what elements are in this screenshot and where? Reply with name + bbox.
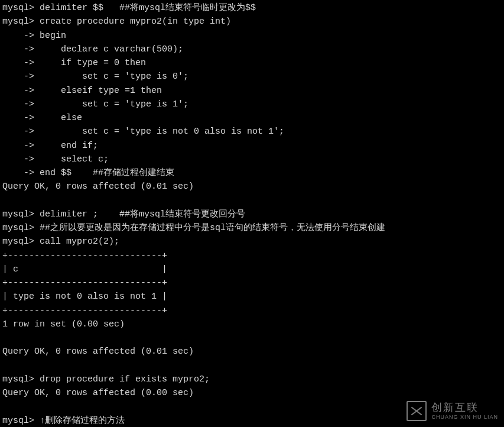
terminal-line: +-----------------------------+: [2, 276, 502, 290]
watermark-name: 创新互联: [431, 402, 498, 415]
terminal-line: mysql> ##之所以要更改是因为在存储过程中分号是sql语句的结束符号，无法…: [2, 221, 502, 235]
terminal-line: [2, 331, 502, 345]
terminal-line: -> set c = 'type is 0';: [2, 70, 502, 83]
terminal-line: | type is not 0 also is not 1 |: [2, 290, 502, 303]
terminal-line: Query OK, 0 rows affected (0.00 sec): [2, 386, 502, 400]
terminal-line: -> else: [2, 111, 502, 125]
watermark-pinyin: CHUANG XIN HU LIAN: [431, 414, 498, 420]
terminal-line: Query OK, 0 rows affected (0.01 sec): [2, 180, 502, 193]
terminal-line: -> if type = 0 then: [2, 56, 502, 70]
terminal-line: mysql> drop procedure if exists mypro2;: [2, 373, 502, 386]
terminal-line: | c |: [2, 263, 502, 276]
terminal-line: mysql> delimiter $$ ##将mysql结束符号临时更改为$$: [2, 1, 502, 15]
terminal-line: mysql> call mypro2(2);: [2, 235, 502, 248]
terminal-line: [2, 359, 502, 373]
terminal-line: -> end if;: [2, 139, 502, 153]
terminal-line: +-----------------------------+: [2, 249, 502, 263]
terminal-line: -> declare c varchar(500);: [2, 43, 502, 56]
terminal-line: mysql> create procedure mypro2(in type i…: [2, 15, 502, 28]
watermark: 创新互联 CHUANG XIN HU LIAN: [407, 401, 498, 421]
terminal-line: +-----------------------------+: [2, 304, 502, 318]
terminal-line: [2, 194, 502, 208]
terminal-line: -> begin: [2, 29, 502, 43]
terminal-line: mysql> delimiter ; ##将mysql结束符号更改回分号: [2, 208, 502, 221]
terminal-line: Query OK, 0 rows affected (0.01 sec): [2, 345, 502, 358]
terminal-output[interactable]: mysql> delimiter $$ ##将mysql结束符号临时更改为$$m…: [0, 1, 504, 427]
terminal-line: -> select c;: [2, 153, 502, 166]
terminal-line: -> set c = 'type is not 0 also is not 1'…: [2, 125, 502, 138]
terminal-line: 1 row in set (0.00 sec): [2, 318, 502, 331]
terminal-line: -> set c = 'type is 1';: [2, 98, 502, 111]
terminal-line: -> elseif type =1 then: [2, 84, 502, 98]
watermark-logo-icon: [407, 401, 427, 421]
terminal-line: -> end $$ ##存储过程创建结束: [2, 166, 502, 180]
